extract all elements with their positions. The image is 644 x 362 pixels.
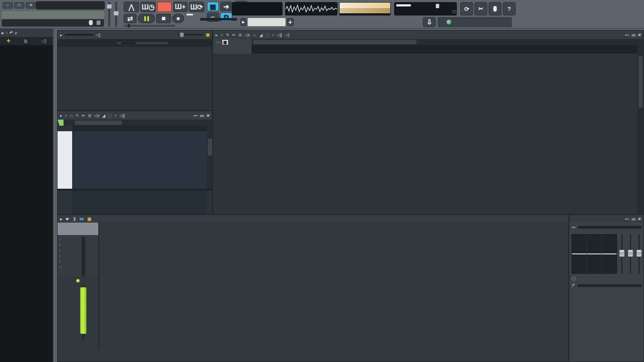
- controller-selector[interactable]: [200, 18, 237, 21]
- pl-maximize-button[interactable]: ▭: [631, 33, 635, 37]
- wait-for-input-button[interactable]: Ш◷: [140, 2, 156, 12]
- rack-filter-dropdown[interactable]: [65, 34, 93, 36]
- pl-mute-icon[interactable]: ◁x: [244, 33, 250, 37]
- pr-piano-keys[interactable]: [58, 131, 72, 189]
- pr-brush-icon[interactable]: ✏: [82, 113, 85, 118]
- pr-select-icon[interactable]: ⬚: [108, 113, 112, 118]
- record-button[interactable]: ●: [172, 14, 184, 23]
- pr-clip-icon[interactable]: ✎: [76, 113, 79, 118]
- song-loop-button[interactable]: ⇄: [124, 14, 137, 23]
- overdub-button[interactable]: Ш+: [173, 2, 188, 12]
- pl-magnet-icon[interactable]: ∩: [220, 33, 223, 37]
- step-edit-button[interactable]: ➜: [220, 2, 232, 11]
- tempo-display[interactable]: [186, 14, 193, 15]
- pattern-selector[interactable]: [248, 18, 286, 26]
- pl-slice-icon[interactable]: ◢: [259, 33, 263, 37]
- loop-record-button[interactable]: Ш⟳: [189, 2, 204, 12]
- pl-tab-icons[interactable]: ⧙ ⌐ ▦: [216, 40, 228, 45]
- minimize-button[interactable]: –: [3, 2, 13, 9]
- pl-vscroll[interactable]: [637, 39, 644, 215]
- browser-header[interactable]: ▸↑↶⌕: [0, 29, 53, 37]
- mx-hand-icon[interactable]: ☛: [66, 217, 70, 221]
- pl-minimize-button[interactable]: —: [625, 33, 629, 37]
- pl-pencil-icon[interactable]: ✎: [226, 33, 229, 37]
- pl-menu-icon[interactable]: ▸: [216, 33, 218, 37]
- pr-velocity-lane[interactable]: [72, 190, 207, 214]
- pr-ruler[interactable]: [72, 126, 207, 131]
- pr-delete-icon[interactable]: ⊘: [88, 113, 91, 118]
- help-button[interactable]: ?: [503, 2, 516, 15]
- pp-input-arrow-icon[interactable]: ➥: [571, 224, 576, 230]
- browser-tab-plugins[interactable]: ◁): [41, 38, 46, 44]
- window-title: [36, 1, 105, 9]
- rack-menu-icon[interactable]: ▸: [60, 33, 62, 37]
- pp-input-field[interactable]: [578, 226, 641, 229]
- main-toolbar: – □ ✕ ⋀ Ш◷ Ш+ Ш⟳ ⇄ ■ ● ▦ ➜ ⌐ ⧉: [0, 0, 644, 29]
- mixer-window: ▸ ☛ ⊻ ⋈ ▣ 3036912: [57, 214, 569, 362]
- pp-close-button[interactable]: ✕: [638, 217, 641, 221]
- cut-tool-button[interactable]: ✂: [474, 2, 487, 15]
- mx-bowtie-icon[interactable]: ⋈: [79, 217, 84, 221]
- swing-slider[interactable]: [177, 34, 203, 36]
- master-volume-bar[interactable]: [339, 2, 391, 15]
- pp-eq-display[interactable]: [571, 234, 617, 274]
- maximize-button[interactable]: □: [14, 2, 24, 9]
- browser-tab-files[interactable]: 🗎: [24, 39, 28, 44]
- recycle-button[interactable]: ⟳: [460, 2, 473, 15]
- metronome-button[interactable]: ⋀: [124, 2, 139, 12]
- pr-playback-icon[interactable]: ◁∥: [119, 113, 125, 118]
- pr-zoom-icon[interactable]: ⌕: [115, 113, 117, 118]
- news-banner[interactable]: [438, 17, 512, 27]
- pr-menu-icon[interactable]: ▸: [60, 113, 62, 118]
- shuffle-slider[interactable]: [124, 25, 175, 27]
- rack-hscroll[interactable]: [117, 42, 168, 44]
- pl-close-button[interactable]: ✕: [638, 33, 641, 37]
- pr-mute-icon[interactable]: ◁x: [94, 113, 100, 118]
- pp-minimize-button[interactable]: —: [625, 217, 629, 221]
- mx-menu-icon[interactable]: ▸: [60, 217, 62, 221]
- pr-minimize-button[interactable]: —: [193, 113, 197, 118]
- pp-output-arrow-icon[interactable]: ↱: [571, 283, 575, 288]
- pl-delete-icon[interactable]: ⊘: [238, 33, 242, 37]
- stop-button[interactable]: ■: [156, 14, 171, 23]
- pp-output-field[interactable]: [577, 284, 641, 287]
- pr-magnet-icon[interactable]: ∩: [70, 113, 73, 118]
- pr-tools-icon[interactable]: ⌕: [65, 113, 67, 118]
- countdown-button[interactable]: [157, 2, 172, 12]
- close-button[interactable]: ✕: [26, 2, 36, 9]
- pattern-prev-button[interactable]: ▶: [240, 18, 246, 26]
- mic-button[interactable]: [489, 2, 501, 15]
- master-fader[interactable]: [80, 287, 87, 334]
- pr-scroll-strip[interactable]: [58, 120, 213, 126]
- pr-close-button[interactable]: ✕: [206, 113, 210, 118]
- typing-keyboard-button[interactable]: ▦: [207, 2, 219, 11]
- pl-zoom-icon[interactable]: ⌕: [272, 32, 274, 37]
- mx-layout-icon[interactable]: ▣: [87, 217, 91, 221]
- browser-tab-waves[interactable]: ✚: [6, 38, 10, 44]
- pl-scroll-strip[interactable]: [252, 39, 637, 45]
- pr-maximize-button[interactable]: ▭: [200, 113, 204, 118]
- pattern-add-button[interactable]: +: [287, 18, 294, 26]
- pp-maximize-button[interactable]: ▭: [631, 217, 635, 221]
- pl-playback-icon[interactable]: ◁∥: [277, 33, 283, 37]
- playlist-window: ▸ ∩ ✎ ✏ ⊘ ◁x ⇔ ◢ ⬚ ⌕ ◁∥ ◁) —▭✕ ⧙ ⌐ ▦: [213, 30, 644, 214]
- rack-display-icon[interactable]: ▦: [206, 33, 210, 37]
- main-pitch-slider[interactable]: [115, 2, 117, 27]
- pl-select-icon[interactable]: ⬚: [265, 33, 269, 37]
- master-fader-area[interactable]: [58, 284, 98, 344]
- piano-roll-toolbar: ▸ ⌕ ∩ ✎ ✏ ⊘ ◁x ◢ ⬚ ⌕ ◁∥ —▭✕: [58, 111, 212, 120]
- pr-slice-icon[interactable]: ◢: [102, 113, 106, 118]
- mixer-master-strip[interactable]: 3036912: [58, 223, 99, 350]
- mx-funnel-icon[interactable]: ⊻: [73, 217, 76, 221]
- main-volume-slider[interactable]: [108, 2, 110, 27]
- play-button[interactable]: [138, 14, 155, 23]
- pl-slip-icon[interactable]: ⇔: [252, 33, 257, 37]
- pl-timeline[interactable]: [252, 45, 637, 54]
- pr-note-grid[interactable]: [72, 131, 207, 189]
- pp-time-icon[interactable]: [572, 277, 576, 281]
- pr-velocity-gutter: [58, 190, 72, 214]
- download-button[interactable]: ⇩: [423, 17, 436, 27]
- pl-brush-icon[interactable]: ✏: [232, 33, 236, 37]
- pp-eq-sliders[interactable]: [619, 234, 641, 274]
- pr-vscroll[interactable]: [207, 126, 213, 189]
